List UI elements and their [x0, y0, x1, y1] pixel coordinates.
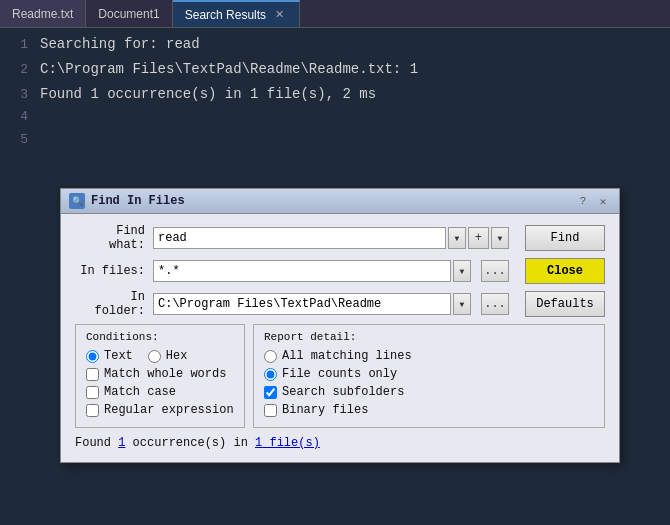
all-matching-lines-label: All matching lines: [282, 349, 412, 363]
line-content-2: C:\Program Files\TextPad\Readme\Readme.t…: [40, 58, 418, 80]
file-counts-only-label: File counts only: [282, 367, 397, 381]
in-files-input-group: ▼: [153, 260, 471, 282]
report-panel: Report detail: All matching lines File c…: [253, 324, 605, 428]
find-button[interactable]: Find: [525, 225, 605, 251]
line-number-3: 3: [0, 85, 40, 106]
search-subfolders-checkbox[interactable]: [264, 386, 277, 399]
match-case-label: Match case: [104, 385, 176, 399]
status-file-count: 1 file(s): [255, 436, 320, 450]
find-what-dropdown-button[interactable]: ▼: [448, 227, 466, 249]
editor-line-1: 1 Searching for: read: [0, 32, 670, 57]
dialog-body: Find what: ▼ + ▼ Find In files: ▼: [61, 214, 619, 462]
match-case-row: Match case: [86, 385, 234, 399]
in-folder-input[interactable]: [153, 293, 451, 315]
dialog-icon: 🔍: [69, 193, 85, 209]
in-folder-ellipsis-button[interactable]: ...: [481, 293, 509, 315]
binary-files-row: Binary files: [264, 403, 594, 417]
line-number-2: 2: [0, 60, 40, 81]
find-what-input-group: ▼ + ▼: [153, 227, 509, 249]
line-number-4: 4: [0, 107, 40, 128]
tab-bar: Readme.txt Document1 Search Results ✕: [0, 0, 670, 28]
binoculars-icon: 🔍: [72, 196, 83, 207]
line-content-1: Searching for: read: [40, 33, 200, 55]
find-in-files-dialog: 🔍 Find In Files ? ✕ Find what: ▼ +: [60, 188, 620, 463]
tab-close-icon[interactable]: ✕: [272, 7, 287, 22]
tab-search-results-label: Search Results: [185, 8, 266, 22]
editor-area: 1 Searching for: read 2 C:\Program Files…: [0, 28, 670, 525]
in-files-ellipsis-button[interactable]: ...: [481, 260, 509, 282]
in-files-input[interactable]: [153, 260, 451, 282]
find-what-plus-button[interactable]: +: [468, 227, 489, 249]
tab-search-results[interactable]: Search Results ✕: [173, 0, 300, 27]
dialog-titlebar: 🔍 Find In Files ? ✕: [61, 189, 619, 214]
find-what-label: Find what:: [75, 224, 145, 252]
in-folder-row: In folder: ▼ ... Defaults: [75, 290, 605, 318]
line-number-5: 5: [0, 130, 40, 151]
text-radio-row: Text Hex: [86, 349, 234, 363]
regular-expression-checkbox[interactable]: [86, 404, 99, 417]
dialog-title-buttons: ? ✕: [575, 194, 611, 208]
close-button[interactable]: Close: [525, 258, 605, 284]
match-whole-words-row: Match whole words: [86, 367, 234, 381]
defaults-button[interactable]: Defaults: [525, 291, 605, 317]
in-files-label: In files:: [75, 264, 145, 278]
binary-files-checkbox[interactable]: [264, 404, 277, 417]
find-what-plus-dropdown-button[interactable]: ▼: [491, 227, 509, 249]
file-counts-only-row: File counts only: [264, 367, 594, 381]
all-matching-lines-radio[interactable]: [264, 350, 277, 363]
tab-readme[interactable]: Readme.txt: [0, 0, 86, 27]
conditions-panel: Conditions: Text Hex Match whole words: [75, 324, 245, 428]
tab-document1[interactable]: Document1: [86, 0, 172, 27]
hex-radio-label: Hex: [166, 349, 188, 363]
find-what-input[interactable]: [153, 227, 446, 249]
text-radio-label: Text: [104, 349, 133, 363]
dialog-close-button[interactable]: ✕: [595, 194, 611, 208]
find-what-row: Find what: ▼ + ▼ Find: [75, 224, 605, 252]
in-folder-dropdown-button[interactable]: ▼: [453, 293, 471, 315]
tab-document1-label: Document1: [98, 7, 159, 21]
text-radio[interactable]: [86, 350, 99, 363]
editor-line-4: 4: [0, 106, 670, 129]
in-folder-label: In folder:: [75, 290, 145, 318]
editor-line-2: 2 C:\Program Files\TextPad\Readme\Readme…: [0, 57, 670, 82]
regular-expression-label: Regular expression: [104, 403, 234, 417]
regular-expression-row: Regular expression: [86, 403, 234, 417]
in-files-row: In files: ▼ ... Close: [75, 258, 605, 284]
hex-radio[interactable]: [148, 350, 161, 363]
dialog-status-line: Found 1 occurrence(s) in 1 file(s): [75, 436, 605, 450]
tab-readme-label: Readme.txt: [12, 7, 73, 21]
match-whole-words-checkbox[interactable]: [86, 368, 99, 381]
editor-line-3: 3 Found 1 occurrence(s) in 1 file(s), 2 …: [0, 82, 670, 107]
editor-line-5: 5: [0, 129, 670, 152]
match-whole-words-label: Match whole words: [104, 367, 226, 381]
line-content-3: Found 1 occurrence(s) in 1 file(s), 2 ms: [40, 83, 376, 105]
conditions-legend: Conditions:: [86, 331, 234, 343]
search-subfolders-label: Search subfolders: [282, 385, 404, 399]
binary-files-label: Binary files: [282, 403, 368, 417]
report-legend: Report detail:: [264, 331, 594, 343]
status-occurrence-count: 1: [118, 436, 125, 450]
panels-row: Conditions: Text Hex Match whole words: [75, 324, 605, 428]
in-files-dropdown-button[interactable]: ▼: [453, 260, 471, 282]
dialog-help-button[interactable]: ?: [575, 194, 591, 208]
in-folder-input-group: ▼: [153, 293, 471, 315]
dialog-title: Find In Files: [91, 194, 569, 208]
search-subfolders-row: Search subfolders: [264, 385, 594, 399]
file-counts-only-radio[interactable]: [264, 368, 277, 381]
match-case-checkbox[interactable]: [86, 386, 99, 399]
line-number-1: 1: [0, 35, 40, 56]
all-matching-lines-row: All matching lines: [264, 349, 594, 363]
